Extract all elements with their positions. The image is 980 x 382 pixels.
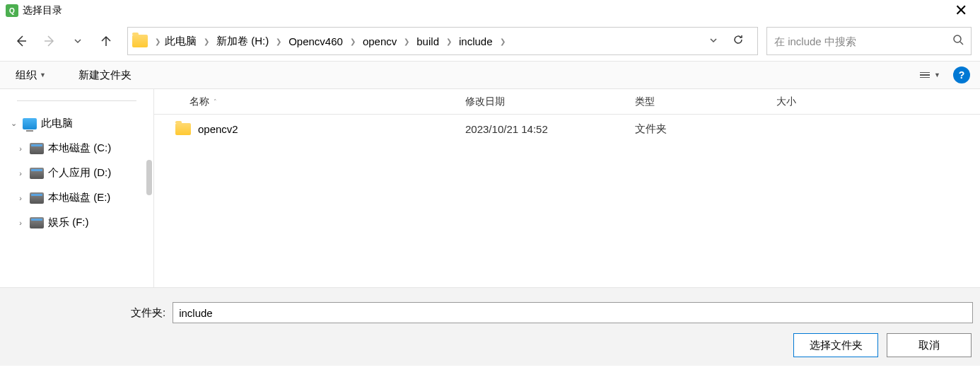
pc-icon (23, 118, 37, 129)
svg-point-0 (954, 35, 961, 42)
chevron-down-icon (709, 36, 718, 45)
chevron-right-icon: ❯ (445, 37, 453, 45)
folder-icon (175, 123, 191, 135)
tree-drive-d[interactable]: › 个人应用 (D:) (0, 161, 153, 185)
column-date[interactable]: 修改日期 (465, 96, 635, 108)
chevron-right-icon: ❯ (349, 37, 357, 45)
chevron-right-icon: ❯ (498, 37, 507, 45)
back-button[interactable] (8, 28, 34, 54)
chevron-down-icon: ▼ (40, 71, 46, 79)
arrow-left-icon (14, 34, 28, 48)
scrollbar[interactable] (146, 160, 152, 195)
chevron-right-icon: › (16, 144, 25, 153)
folder-icon (132, 35, 148, 47)
help-button[interactable]: ? (953, 66, 970, 83)
sidebar: ⌄ 此电脑 › 本地磁盘 (C:) › 个人应用 (D:) › 本地磁盘 (E:… (0, 89, 154, 287)
chevron-right-icon: › (16, 219, 25, 227)
address-bar[interactable]: ❯ 此电脑 ❯ 新加卷 (H:) ❯ Opencv460 ❯ opencv ❯ … (127, 27, 758, 55)
tree-label: 此电脑 (41, 117, 73, 130)
search-icon[interactable] (952, 34, 964, 48)
list-header: 名称 ˄ 修改日期 类型 大小 (154, 89, 980, 115)
tree-drive-c[interactable]: › 本地磁盘 (C:) (0, 136, 153, 161)
list-item[interactable]: opencv2 2023/10/21 14:52 文件夹 (154, 115, 980, 143)
chevron-right-icon: ❯ (274, 37, 283, 45)
navbar: ❯ 此电脑 ❯ 新加卷 (H:) ❯ Opencv460 ❯ opencv ❯ … (0, 21, 980, 61)
tree-drive-e[interactable]: › 本地磁盘 (E:) (0, 185, 153, 210)
folder-name-label: 文件夹: (131, 306, 165, 320)
chevron-right-icon: › (16, 194, 25, 202)
drive-icon (30, 143, 44, 154)
crumb-folder[interactable]: include (456, 33, 496, 50)
drive-icon (30, 192, 44, 204)
select-folder-button[interactable]: 选择文件夹 (793, 333, 878, 357)
crumb-folder[interactable]: build (414, 33, 442, 50)
new-folder-button[interactable]: 新建文件夹 (73, 66, 137, 85)
chevron-down-icon (74, 37, 82, 45)
chevron-right-icon: ❯ (402, 37, 411, 45)
column-name-label: 名称 (189, 96, 209, 108)
tree-label: 娱乐 (F:) (48, 216, 89, 229)
up-button[interactable] (93, 28, 119, 54)
footer: 文件夹: 选择文件夹 取消 (0, 287, 980, 366)
address-dropdown[interactable] (704, 35, 723, 47)
new-folder-label: 新建文件夹 (78, 69, 132, 82)
history-dropdown[interactable] (65, 28, 91, 54)
forward-button[interactable] (37, 28, 62, 54)
file-list: 名称 ˄ 修改日期 类型 大小 opencv2 2023/10/21 14:52… (154, 89, 980, 287)
arrow-right-icon (42, 34, 57, 48)
titlebar: Q 选择目录 ✕ (0, 0, 980, 21)
main-area: ⌄ 此电脑 › 本地磁盘 (C:) › 个人应用 (D:) › 本地磁盘 (E:… (0, 89, 980, 287)
sort-asc-icon: ˄ (214, 98, 217, 105)
drive-icon (30, 217, 44, 228)
search-box[interactable] (766, 27, 972, 55)
refresh-button[interactable] (723, 33, 753, 50)
organize-label: 组织 (16, 69, 37, 82)
item-name: opencv2 (198, 123, 238, 135)
tree-this-pc[interactable]: ⌄ 此电脑 (0, 111, 153, 136)
chevron-right-icon: ❯ (153, 37, 162, 45)
tree-label: 本地磁盘 (C:) (48, 141, 111, 155)
breadcrumb: 此电脑 ❯ 新加卷 (H:) ❯ Opencv460 ❯ opencv ❯ bu… (162, 32, 704, 51)
crumb-drive[interactable]: 新加卷 (H:) (214, 32, 272, 51)
window-title: 选择目录 (23, 4, 62, 17)
drive-icon (30, 168, 44, 179)
crumb-pc[interactable]: 此电脑 (162, 32, 199, 51)
column-size[interactable]: 大小 (776, 96, 861, 108)
item-date: 2023/10/21 14:52 (465, 123, 635, 135)
tree-label: 个人应用 (D:) (48, 166, 111, 180)
arrow-up-icon (99, 34, 113, 48)
tree-drive-f[interactable]: › 娱乐 (F:) (0, 210, 153, 235)
close-icon[interactable]: ✕ (947, 1, 974, 20)
item-type: 文件夹 (635, 122, 776, 136)
column-type[interactable]: 类型 (635, 96, 776, 108)
app-icon: Q (6, 4, 18, 17)
list-icon (920, 72, 930, 79)
view-menu[interactable]: ▼ (916, 71, 945, 79)
chevron-right-icon: ❯ (202, 37, 211, 45)
chevron-down-icon: ⌄ (8, 119, 18, 128)
organize-menu[interactable]: 组织 ▼ (10, 66, 52, 85)
crumb-folder[interactable]: Opencv460 (286, 33, 346, 50)
refresh-icon (732, 33, 745, 46)
crumb-folder[interactable]: opencv (360, 33, 399, 50)
chevron-down-icon: ▼ (934, 71, 940, 79)
divider (17, 100, 136, 101)
chevron-right-icon: › (16, 169, 25, 178)
search-input[interactable] (774, 35, 952, 47)
column-name[interactable]: 名称 ˄ (154, 96, 465, 108)
folder-name-input[interactable] (173, 302, 973, 323)
cancel-button[interactable]: 取消 (887, 333, 972, 357)
tree-label: 本地磁盘 (E:) (48, 191, 110, 204)
toolbar: 组织 ▼ 新建文件夹 ▼ ? (0, 61, 980, 89)
